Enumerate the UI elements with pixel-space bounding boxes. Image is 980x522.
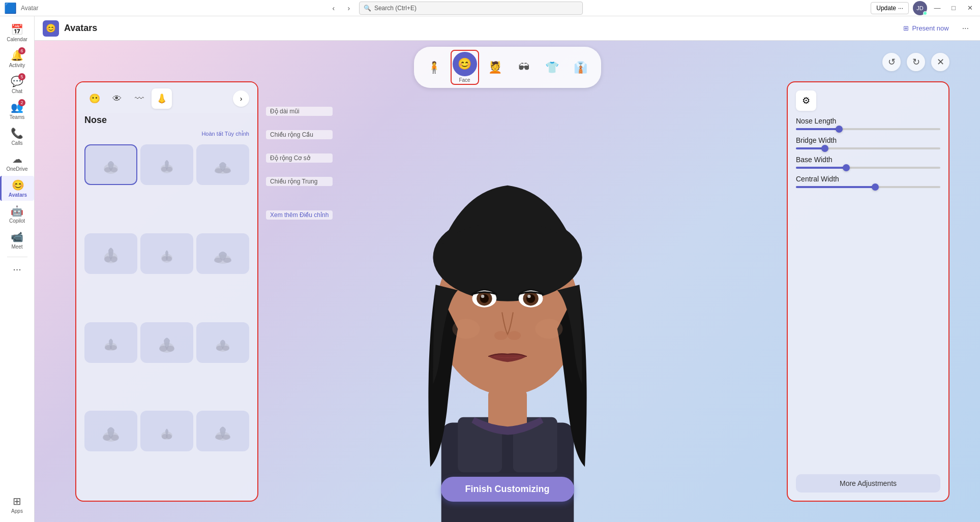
sidebar-item-calls[interactable]: 📞 Calls (0, 124, 34, 149)
nose-item-3[interactable] (196, 144, 249, 185)
right-panel: ⚙ Nose Length Bridge Width (787, 81, 949, 502)
search-box[interactable]: 🔍 Search (Ctrl+E) (359, 2, 583, 15)
header-more-button[interactable]: ··· (959, 22, 972, 35)
label-bridge-width: Chiều rộng Cầu (266, 130, 333, 139)
toolbar-item-clothing[interactable]: 👕 (540, 55, 565, 80)
nose-grid (76, 140, 257, 501)
undo-button[interactable]: ↺ (882, 53, 901, 71)
main-layout: 📅 Calendar 🔔 6 Activity 💬 5 Chat 👥 2 Tea… (0, 16, 980, 522)
panel-tab-face-shape[interactable]: 😶 (84, 88, 105, 109)
label-central-width: Chiều rộng Trung (266, 177, 333, 186)
svg-point-5 (166, 167, 172, 172)
central-width-slider[interactable] (796, 186, 940, 188)
nose-item-5[interactable] (140, 233, 193, 274)
minimize-button[interactable]: — (931, 2, 943, 14)
svg-rect-39 (488, 389, 527, 428)
content-area: 😊 Avatars ⊞ Present now ··· 🧍 (35, 16, 980, 522)
app-header-right: ⊞ Present now ··· (899, 22, 972, 35)
panel-next-button[interactable]: › (233, 90, 249, 107)
chat-icon: 💬 5 (11, 75, 23, 87)
toolbar-item-outfit[interactable]: 👔 (569, 55, 593, 80)
nose-shape-3 (206, 148, 239, 181)
base-width-row: Base Width (796, 156, 940, 169)
label-base-width: Độ rộng Cơ sở (266, 153, 333, 163)
avatar-label: Avatar (21, 5, 38, 12)
calls-icon: 📞 (11, 127, 23, 139)
nose-item-10[interactable] (84, 411, 137, 451)
face-tab-label: Face (459, 77, 470, 83)
bridge-width-label: Bridge Width (796, 136, 940, 144)
sidebar-item-avatars[interactable]: 😊 Avatars (0, 176, 34, 201)
panel-tab-nose[interactable]: 👃 (152, 88, 172, 109)
activity-icon: 🔔 6 (11, 49, 23, 62)
svg-point-25 (216, 346, 223, 351)
panel-tab-eyes[interactable]: 👁 (107, 88, 127, 109)
nose-length-slider[interactable] (796, 128, 940, 130)
back-button[interactable]: ‹ (326, 2, 341, 14)
search-icon: 🔍 (364, 5, 371, 12)
sidebar-item-more[interactable]: ··· (0, 260, 34, 278)
nose-length-row: Nose Length (796, 117, 940, 130)
bridge-width-slider[interactable] (796, 147, 940, 149)
panel-tab-eyebrows[interactable]: 〰 (129, 88, 150, 109)
user-avatar[interactable]: JD (913, 1, 927, 15)
base-width-slider[interactable] (796, 167, 940, 169)
sidebar-item-copilot[interactable]: 🤖 Copilot (0, 202, 34, 227)
nose-item-6[interactable] (196, 233, 249, 274)
nose-shape-7 (95, 326, 127, 359)
nose-item-9[interactable] (196, 322, 249, 363)
redo-button[interactable]: ↻ (907, 53, 925, 71)
svg-point-44 (480, 294, 488, 303)
sidebar-item-chat[interactable]: 💬 5 Chat (0, 72, 34, 97)
sidebar-item-meet[interactable]: 📹 Meet (0, 228, 34, 253)
toolbar-item-face[interactable]: 😊 (453, 52, 477, 76)
close-editor-button[interactable]: ✕ (931, 53, 949, 71)
sidebar-label-apps: Apps (11, 508, 23, 514)
close-button[interactable]: ✕ (964, 2, 976, 14)
nav-buttons: ‹ › (326, 2, 356, 14)
svg-point-14 (166, 256, 172, 261)
filter-button[interactable]: ⚙ (796, 90, 816, 111)
svg-point-52 (452, 319, 480, 339)
title-bar-left: 🟦 Avatar (4, 2, 38, 14)
sidebar-item-activity[interactable]: 🔔 6 Activity (0, 46, 34, 71)
nose-item-8[interactable] (140, 322, 193, 363)
label-nose-length: Độ dài mũi (266, 107, 333, 116)
sidebar-label-copilot: Copilot (9, 218, 25, 224)
svg-point-20 (110, 345, 117, 350)
nose-item-12[interactable] (196, 411, 249, 451)
toolbar-item-body[interactable]: 🧍 (422, 55, 447, 80)
search-placeholder: Search (Ctrl+E) (374, 5, 417, 12)
forward-button[interactable]: › (342, 2, 356, 14)
sidebar-item-onedrive[interactable]: ☁ OneDrive (0, 150, 34, 175)
svg-point-10 (104, 256, 111, 262)
editor-actions: ↺ ↻ ✕ (882, 53, 949, 71)
svg-point-45 (481, 295, 484, 298)
label-more[interactable]: Xem thêm Điều chỉnh (266, 210, 333, 220)
sidebar-item-teams[interactable]: 👥 2 Teams (0, 98, 34, 123)
nose-item-2[interactable] (140, 144, 193, 185)
toolbar-item-accessories[interactable]: 🕶 (512, 55, 536, 80)
present-now-button[interactable]: ⊞ Present now (899, 22, 953, 34)
finish-customizing-button[interactable]: Finish Customizing (441, 477, 574, 502)
toolbar-item-hair[interactable]: 💆 (483, 55, 508, 80)
maximize-button[interactable]: □ (947, 2, 960, 14)
nose-item-1[interactable] (84, 144, 137, 185)
teams-badge: 2 (18, 99, 25, 106)
sidebar-item-calendar[interactable]: 📅 Calendar (0, 20, 34, 45)
nose-item-11[interactable] (140, 411, 193, 451)
nose-shape-12 (206, 415, 239, 447)
onedrive-icon: ☁ (12, 153, 22, 165)
update-button[interactable]: Update ··· (871, 2, 909, 14)
nose-item-4[interactable] (84, 233, 137, 274)
avatar-toolbar: 🧍 😊 Face 💆 🕶 👕 👔 (414, 47, 601, 88)
sidebar-label-onedrive: OneDrive (6, 166, 27, 172)
more-adjustments-button[interactable]: More Adjustments (796, 474, 940, 493)
sidebar-item-apps[interactable]: ⊞ Apps (0, 492, 34, 517)
nose-item-7[interactable] (84, 322, 137, 363)
base-width-label: Base Width (796, 156, 940, 164)
finish-hint[interactable]: Hoàn tất Tùy chỉnh (76, 130, 257, 140)
sidebar-label-meet: Meet (11, 244, 22, 250)
svg-point-8 (223, 168, 231, 173)
update-label: Update (876, 5, 896, 12)
